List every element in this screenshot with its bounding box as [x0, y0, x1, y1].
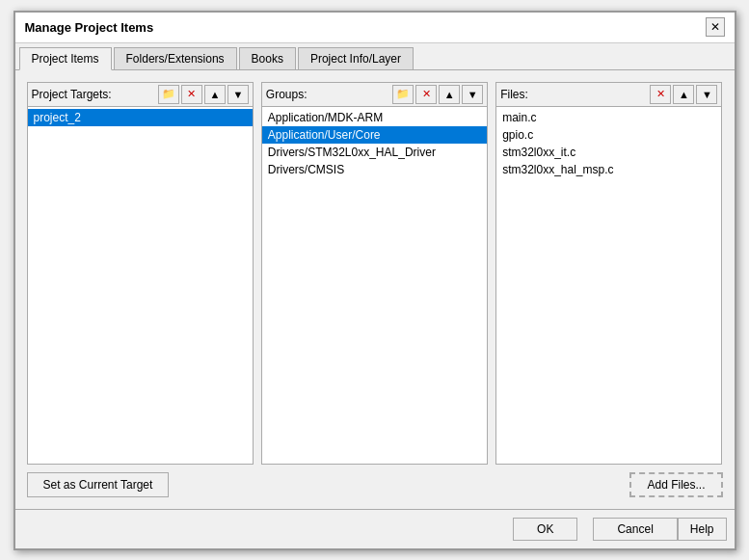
list-item[interactable]: main.c	[496, 109, 721, 126]
help-button[interactable]: Help	[678, 518, 727, 541]
tab-project-info-layer[interactable]: Project Info/Layer	[298, 47, 414, 69]
list-item[interactable]: project_2	[28, 109, 253, 126]
main-content: Project Targets: 📁 ✕ ▲ ▼	[15, 70, 735, 509]
files-panel-title: Files:	[500, 88, 648, 101]
down-icon: ▼	[232, 89, 243, 100]
set-current-target-button[interactable]: Set as Current Target	[27, 472, 170, 497]
groups-panel-title: Groups:	[266, 88, 390, 101]
bottom-buttons: Set as Current Target Add Files...	[27, 472, 723, 497]
ok-button[interactable]: OK	[513, 518, 577, 541]
groups-panel-header: Groups: 📁 ✕ ▲ ▼	[262, 83, 487, 107]
list-item[interactable]: Drivers/CMSIS	[262, 161, 487, 178]
list-item[interactable]: stm32l0xx_it.c	[496, 144, 721, 161]
groups-delete-button[interactable]: ✕	[415, 85, 437, 104]
targets-up-button[interactable]: ▲	[204, 85, 226, 104]
files-list[interactable]: main.c gpio.c stm32l0xx_it.c stm32l0xx_h…	[496, 107, 721, 464]
groups-new-button[interactable]: 📁	[392, 85, 414, 104]
groups-panel: Groups: 📁 ✕ ▲ ▼ Applic	[261, 82, 488, 465]
panels-container: Project Targets: 📁 ✕ ▲ ▼	[27, 82, 723, 465]
list-item[interactable]: Application/User/Core	[262, 126, 487, 144]
targets-panel-header: Project Targets: 📁 ✕ ▲ ▼	[28, 83, 253, 107]
targets-list[interactable]: project_2	[28, 107, 253, 464]
delete-icon: ✕	[656, 88, 665, 100]
targets-down-button[interactable]: ▼	[227, 85, 249, 104]
files-panel: Files: ✕ ▲ ▼ main.c gpi	[495, 82, 722, 465]
delete-icon: ✕	[422, 88, 431, 100]
list-item[interactable]: Drivers/STM32L0xx_HAL_Driver	[262, 144, 487, 161]
up-icon: ▲	[209, 89, 220, 100]
groups-down-button[interactable]: ▼	[462, 85, 483, 104]
footer-right: Help	[678, 518, 727, 541]
dialog-footer: OK Cancel Help	[15, 509, 735, 548]
files-down-button[interactable]: ▼	[696, 85, 717, 104]
files-panel-header: Files: ✕ ▲ ▼	[496, 83, 721, 107]
footer-actions: OK Cancel	[513, 518, 678, 541]
targets-panel: Project Targets: 📁 ✕ ▲ ▼	[27, 82, 254, 465]
list-item[interactable]: stm32l0xx_hal_msp.c	[496, 161, 721, 178]
cancel-button[interactable]: Cancel	[593, 518, 677, 541]
title-bar: Manage Project Items ✕	[15, 13, 735, 43]
list-item[interactable]: gpio.c	[496, 126, 721, 144]
down-icon: ▼	[468, 89, 478, 100]
files-up-button[interactable]: ▲	[673, 85, 694, 104]
close-button[interactable]: ✕	[706, 17, 725, 37]
groups-up-button[interactable]: ▲	[439, 85, 460, 104]
delete-icon: ✕	[187, 88, 196, 100]
new-icon: 📁	[396, 88, 410, 100]
new-icon: 📁	[162, 88, 175, 100]
down-icon: ▼	[702, 89, 712, 100]
tab-project-items[interactable]: Project Items	[19, 47, 112, 70]
tab-bar: Project Items Folders/Extensions Books P…	[15, 43, 735, 70]
groups-list[interactable]: Application/MDK-ARM Application/User/Cor…	[262, 107, 487, 464]
add-files-button[interactable]: Add Files...	[629, 472, 722, 497]
manage-project-dialog: Manage Project Items ✕ Project Items Fol…	[13, 11, 736, 550]
tab-books[interactable]: Books	[239, 47, 296, 69]
files-delete-button[interactable]: ✕	[650, 85, 671, 104]
targets-panel-title: Project Targets:	[32, 88, 156, 101]
targets-delete-button[interactable]: ✕	[181, 85, 202, 104]
dialog-title: Manage Project Items	[25, 20, 154, 35]
up-icon: ▲	[679, 89, 689, 100]
list-item[interactable]: Application/MDK-ARM	[262, 109, 487, 126]
up-icon: ▲	[444, 89, 455, 100]
targets-new-button[interactable]: 📁	[158, 85, 179, 104]
tab-folders-extensions[interactable]: Folders/Extensions	[114, 47, 237, 69]
